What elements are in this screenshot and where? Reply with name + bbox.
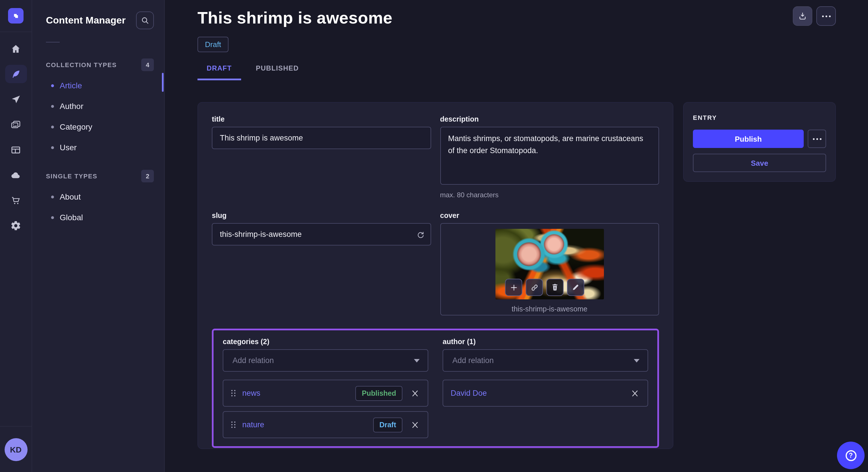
save-button[interactable]: Save xyxy=(693,154,826,172)
relation-item-news: news Published xyxy=(223,380,428,407)
add-asset-button[interactable] xyxy=(505,279,522,296)
content-manager-sidebar: Content Manager COLLECTION TYPES 4 Artic… xyxy=(32,0,165,472)
sidebar-item-label: About xyxy=(60,192,81,201)
relation-link[interactable]: nature xyxy=(242,420,265,429)
cover-asset-card: this-shrimp-is-awesome xyxy=(440,223,659,315)
bullet-icon xyxy=(51,216,54,219)
title-field: title xyxy=(212,115,431,199)
remove-relation-button[interactable] xyxy=(630,388,640,398)
collection-types-section: COLLECTION TYPES 4 Article Author Catego… xyxy=(32,59,164,156)
select-placeholder: Add relation xyxy=(453,356,494,365)
home-icon[interactable] xyxy=(5,40,27,58)
version-tabs: DRAFT PUBLISHED xyxy=(197,64,836,80)
sidebar-item-label: User xyxy=(60,143,76,152)
marketplace-cart-icon[interactable] xyxy=(5,191,27,209)
more-icon xyxy=(821,15,831,17)
tab-published[interactable]: PUBLISHED xyxy=(247,64,308,80)
sidebar-title: Content Manager xyxy=(46,14,126,26)
help-button[interactable]: ? xyxy=(837,442,865,469)
search-button[interactable] xyxy=(136,11,154,29)
description-helper: max. 80 characters xyxy=(440,191,659,199)
delete-asset-button[interactable] xyxy=(547,279,564,296)
cover-image xyxy=(495,229,604,299)
sidebar-item-author[interactable]: Author xyxy=(32,98,164,115)
categories-field: categories (2) Add relation news xyxy=(223,338,428,438)
sidebar-item-label: Category xyxy=(60,122,92,131)
cover-label: cover xyxy=(440,212,659,220)
author-label: author (1) xyxy=(443,338,648,346)
close-x-icon xyxy=(411,389,419,397)
icon-rail: KD xyxy=(0,0,32,472)
sidebar-item-about[interactable]: About xyxy=(32,188,164,205)
section-label: SINGLE TYPES xyxy=(46,173,97,179)
main-content: This shrimp is awesome Draft DRAFT PUBLI… xyxy=(165,0,868,472)
trash-icon xyxy=(551,283,559,291)
entry-more-button[interactable] xyxy=(808,130,826,148)
user-avatar[interactable]: KD xyxy=(4,438,27,461)
bullet-icon xyxy=(51,84,54,87)
content-type-builder-icon[interactable] xyxy=(5,140,27,159)
bullet-icon xyxy=(51,105,54,107)
entry-panel: ENTRY Publish Save xyxy=(683,102,836,182)
remove-relation-button[interactable] xyxy=(410,388,420,398)
entry-panel-title: ENTRY xyxy=(693,114,826,121)
download-icon xyxy=(798,11,807,21)
active-item-indicator xyxy=(162,73,164,92)
sidebar-item-label: Article xyxy=(60,81,82,90)
title-input[interactable] xyxy=(212,127,431,149)
settings-gear-icon[interactable] xyxy=(5,216,27,235)
description-field: description Mantis shrimps, or stomatopo… xyxy=(440,115,659,199)
edit-form-panel: title description Mantis shrimps, or sto… xyxy=(197,102,673,449)
sidebar-item-article[interactable]: Article xyxy=(32,77,164,94)
close-x-icon xyxy=(631,389,639,397)
drag-handle-icon[interactable] xyxy=(231,390,236,397)
relation-link[interactable]: news xyxy=(242,389,260,398)
media-library-icon[interactable] xyxy=(5,115,27,134)
download-button[interactable] xyxy=(793,6,812,26)
strapi-logo-icon[interactable] xyxy=(8,8,24,24)
publish-button[interactable]: Publish xyxy=(693,130,804,148)
section-count-badge: 4 xyxy=(141,59,154,71)
description-label: description xyxy=(440,115,659,123)
relation-status-badge: Draft xyxy=(373,417,402,432)
cover-caption: this-shrimp-is-awesome xyxy=(512,305,588,313)
sidebar-item-global[interactable]: Global xyxy=(32,209,164,226)
categories-relation-select[interactable]: Add relation xyxy=(223,349,428,372)
more-icon xyxy=(812,138,822,140)
cloud-icon[interactable] xyxy=(5,166,27,184)
chevron-down-icon xyxy=(414,359,420,362)
bullet-icon xyxy=(51,146,54,149)
sidebar-item-user[interactable]: User xyxy=(32,139,164,156)
remove-relation-button[interactable] xyxy=(410,419,420,430)
description-textarea[interactable]: Mantis shrimps, or stomatopods, are mari… xyxy=(440,127,659,185)
sidebar-item-label: Author xyxy=(60,102,84,111)
slug-input[interactable] xyxy=(212,223,431,245)
chevron-down-icon xyxy=(634,359,640,362)
content-manager-feather-icon[interactable] xyxy=(5,65,27,83)
divider xyxy=(46,42,60,42)
relations-highlighted-section: categories (2) Add relation news xyxy=(212,329,659,448)
relation-status-badge: Published xyxy=(355,386,402,401)
tab-draft[interactable]: DRAFT xyxy=(197,64,241,80)
regenerate-slug-button[interactable] xyxy=(416,230,425,239)
pencil-icon xyxy=(572,283,580,291)
copy-link-button[interactable] xyxy=(526,279,543,296)
bullet-icon xyxy=(51,195,54,198)
sidebar-item-category[interactable]: Category xyxy=(32,118,164,135)
app-window: KD Content Manager COLLECTION TYPES 4 Ar… xyxy=(0,0,868,472)
single-types-section: SINGLE TYPES 2 About Global xyxy=(32,170,164,226)
help-question-icon: ? xyxy=(845,450,856,461)
author-field: author (1) Add relation David Doe xyxy=(443,338,648,438)
send-icon[interactable] xyxy=(5,90,27,108)
slug-label: slug xyxy=(212,212,431,220)
drag-handle-icon[interactable] xyxy=(231,421,236,429)
link-icon xyxy=(530,283,539,292)
relation-link[interactable]: David Doe xyxy=(451,389,487,398)
page-title: This shrimp is awesome xyxy=(197,9,836,28)
more-options-button[interactable] xyxy=(816,6,836,26)
categories-label: categories (2) xyxy=(223,338,428,346)
author-relation-select[interactable]: Add relation xyxy=(443,349,648,372)
logo-wrap xyxy=(0,0,32,32)
status-badge: Draft xyxy=(197,37,228,52)
edit-asset-button[interactable] xyxy=(567,279,584,296)
